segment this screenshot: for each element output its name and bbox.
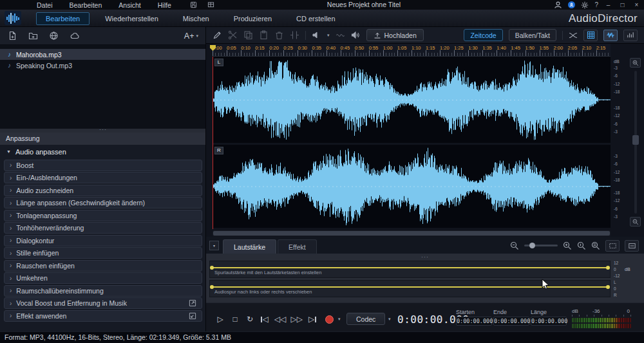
tree-item[interactable]: › Stille einfügen [4, 247, 202, 259]
waveform-track-left[interactable]: L [213, 57, 611, 143]
bars-beats-toggle-button[interactable]: Balken/Takt [509, 29, 556, 41]
menu-datei[interactable]: Datei [28, 1, 61, 9]
tab-effekt[interactable]: Effekt [278, 239, 317, 254]
download-media-icon[interactable] [49, 31, 59, 41]
match-volume-icon[interactable] [336, 30, 345, 40]
tree-item[interactable]: › Länge anpassen (Geschwindigkeit ändern… [4, 197, 202, 209]
zoom-selection-button[interactable] [605, 240, 620, 252]
scrollbar-thumb[interactable] [213, 231, 610, 236]
codec-dropdown-icon[interactable]: ▾ [388, 317, 391, 322]
loop-button[interactable]: ↻ [245, 313, 255, 325]
user-account-icon[interactable] [554, 1, 562, 9]
vertical-zoom-thumb[interactable] [632, 135, 639, 145]
file-row-speaking-out[interactable]: ♪ Speaking Out.mp3 [0, 60, 206, 71]
paste-icon[interactable] [259, 30, 269, 40]
tree-item[interactable]: › Rauschen einfügen [4, 260, 202, 272]
start-time-value[interactable]: 0:00:00.000 [456, 317, 492, 326]
rewind-button[interactable]: ◁◁ [274, 313, 286, 325]
vertical-zoom-out-button[interactable] [630, 217, 641, 227]
go-to-end-button[interactable]: ▷ [307, 313, 317, 325]
tree-item[interactable]: › Ein-/Ausblendungen [4, 172, 202, 183]
tab-cd-erstellen[interactable]: CD erstellen [287, 13, 345, 24]
fast-forward-button[interactable]: ▷▷ [290, 313, 302, 325]
tree-item[interactable]: › Tonhöhenveränderung [4, 222, 202, 234]
play-button[interactable]: ▷ [215, 313, 225, 325]
tree-item[interactable]: › Audio zuschneiden [4, 185, 202, 196]
zoom-fit-icon[interactable] [591, 241, 600, 250]
crossfade-icon[interactable] [569, 31, 578, 40]
snap-grid-icon[interactable] [583, 30, 598, 41]
cut-icon[interactable] [228, 30, 238, 40]
waveform-canvas-left[interactable] [213, 57, 611, 143]
open-window-icon[interactable] [189, 299, 196, 307]
upload-button[interactable]: Hochladen [366, 29, 424, 41]
envelope-keyframe[interactable] [210, 285, 214, 289]
text-size-control[interactable]: A+▾ [184, 32, 198, 41]
tree-group-audio-anpassen[interactable]: ▼ Audio anpassen [0, 145, 206, 158]
spectral-view-button[interactable] [623, 30, 638, 41]
minimize-button[interactable]: – [604, 0, 612, 10]
maximize-button[interactable]: □ [618, 0, 627, 10]
envelope-keyframe[interactable] [606, 285, 610, 289]
zoom-in-icon[interactable] [563, 241, 572, 250]
length-value[interactable]: 0:00:00.000 [531, 317, 567, 326]
menu-hilfe[interactable]: Hilfe [149, 1, 180, 9]
copy-icon[interactable] [243, 30, 253, 40]
zoom-slider[interactable] [524, 245, 558, 246]
timeline-ruler[interactable]: 0:000:050:100:150:200:250:300:350:400:45… [213, 44, 611, 57]
speaker-icon[interactable] [351, 30, 361, 40]
menu-ansicht[interactable]: Ansicht [110, 1, 149, 9]
zoom-actual-icon[interactable] [577, 241, 586, 250]
tree-item-vocal-boost[interactable]: › Vocal Boost und Entfernung in Musik [4, 297, 202, 309]
delete-icon[interactable] [274, 30, 284, 40]
waveform-view-button[interactable] [603, 30, 618, 41]
zoom-full-view-button[interactable] [625, 240, 639, 252]
volume-tool-icon[interactable] [312, 30, 321, 40]
codec-button[interactable]: Codec [346, 313, 385, 325]
volume-envelope-strip[interactable]: Spurlautstärke mit den Lautstärketasten … [209, 261, 611, 278]
help-icon[interactable]: ? [594, 1, 598, 8]
tree-item[interactable]: › Tonlagenanpassung [4, 210, 202, 221]
cloud-icon[interactable] [70, 31, 80, 41]
tree-item[interactable]: › Dialogkontur [4, 235, 202, 246]
settings-gear-icon[interactable] [581, 1, 589, 9]
panel-drag-handle[interactable]: ··· [421, 255, 429, 259]
envelope-keyframe[interactable] [606, 266, 610, 270]
save-project-icon[interactable] [190, 1, 197, 8]
workspace-layout-icon[interactable] [207, 1, 214, 8]
signed-in-avatar[interactable] [568, 1, 575, 8]
timecode-toggle-button[interactable]: Zeitcode [464, 29, 502, 41]
stop-button[interactable]: □ [230, 313, 240, 325]
tree-item[interactable]: › Raumschallübereinstimmung [4, 285, 202, 297]
tab-produzieren[interactable]: Produzieren [225, 13, 281, 24]
close-button[interactable]: × [632, 0, 641, 10]
tab-mischen[interactable]: Mischen [174, 13, 218, 24]
chevron-down-icon[interactable]: ▾ [327, 33, 330, 38]
tree-item[interactable]: › Boost [4, 160, 202, 171]
envelope-keyframe[interactable] [210, 266, 214, 270]
zoom-out-icon[interactable] [510, 241, 519, 250]
apply-effect-icon[interactable] [189, 312, 196, 320]
pan-envelope-strip[interactable]: Audiospur nach links oder rechts verschi… [209, 280, 611, 297]
vertical-zoom-in-button[interactable] [630, 58, 641, 68]
collapse-panel-button[interactable]: ▾ [209, 241, 219, 250]
end-time-value[interactable]: 0:00:00.000 [493, 317, 529, 326]
edit-selection-icon[interactable] [213, 30, 222, 40]
tree-item[interactable]: › Umkehren [4, 272, 202, 284]
waveform-canvas-right[interactable] [213, 145, 611, 228]
tab-lautstaerke[interactable]: Lautstärke [223, 239, 276, 254]
import-media-icon[interactable] [8, 31, 17, 41]
go-to-start-button[interactable]: ◁ [260, 313, 270, 325]
record-options-icon[interactable]: ▾ [338, 317, 341, 322]
import-folder-icon[interactable] [28, 31, 38, 41]
waveform-track-right[interactable]: R [213, 145, 611, 228]
horizontal-scrollbar[interactable] [213, 230, 611, 236]
trim-icon[interactable] [290, 30, 299, 40]
volume-envelope-line[interactable] [211, 267, 609, 268]
tab-bearbeiten[interactable]: Bearbeiten [36, 12, 90, 25]
menu-bearbeiten[interactable]: Bearbeiten [61, 1, 111, 9]
tab-wiederherstellen[interactable]: Wiederherstellen [96, 13, 167, 24]
record-button[interactable] [325, 315, 334, 324]
tree-item-effekt-anwenden[interactable]: › Effekt anwenden [4, 310, 202, 322]
zoom-slider-thumb[interactable] [529, 243, 535, 248]
